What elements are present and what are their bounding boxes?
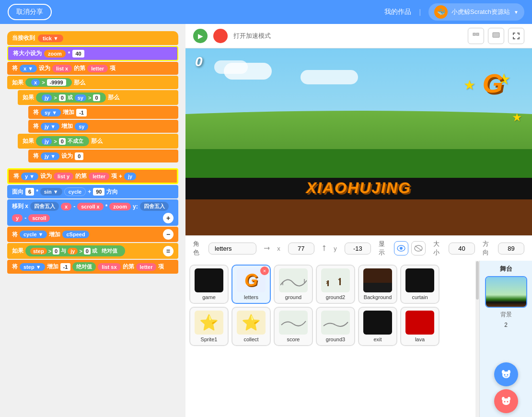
if-jy-not-block[interactable]: 如果 jy > 0 不成立 那么 [18, 134, 178, 149]
fullscreen-btn[interactable] [508, 28, 524, 44]
y-arrow-icon [322, 244, 326, 253]
brand-icon: 🐳 [434, 5, 448, 19]
sprite-card-score[interactable]: score [274, 307, 313, 346]
change-cycle-block[interactable]: 将 cycle ▼ 增加 cSpeed − [7, 227, 178, 242]
zoom-reporter: zoom [44, 50, 66, 58]
bg-count: 2 [504, 322, 508, 328]
sprite-card-curtain[interactable]: curtain [400, 265, 439, 304]
sprite-thumb-sprite1: ⭐ [195, 311, 223, 335]
sprite-label: 角色 [193, 240, 201, 257]
dropdown-icon: ▼ [514, 10, 519, 15]
bg-label: 背景 [500, 311, 512, 319]
sprite-card-ground3[interactable]: ground3 [316, 307, 355, 346]
change-sy-block[interactable]: 将 sy ▼ 增加 -1 [28, 106, 178, 119]
move-to-block[interactable]: 移到 x 四舍五入 x - scroll x * zoom y: 四舍五入 y … [7, 199, 178, 226]
green-flag-button[interactable]: ▶ [193, 29, 208, 43]
sprite-thumb-game [195, 268, 223, 292]
cancel-share-button[interactable]: 取消分享 [8, 4, 52, 20]
zoom-in-btn[interactable]: + [163, 213, 173, 223]
sprites-list: game × G letters [185, 261, 479, 350]
main-layout: 当接收到 tick ▼ 将大小设为 zoom * 40 将 x ▼ 设为 lis… [0, 24, 532, 417]
size-input[interactable] [449, 243, 475, 255]
direction-label: 方向 [483, 240, 490, 257]
sprite-thumb-score [279, 311, 308, 335]
sprite-card-letters[interactable]: × G letters [231, 265, 271, 304]
turbo-mode-label[interactable]: 打开加速模式 [233, 32, 271, 40]
add-sprite-cat-btn[interactable] [494, 362, 518, 386]
letter-g-sprite: G [482, 68, 503, 99]
direction-input[interactable] [498, 243, 524, 255]
svg-rect-0 [473, 33, 475, 35]
svg-point-22 [508, 370, 510, 374]
sprite-card-game[interactable]: game [189, 265, 229, 304]
sprite-name-input[interactable] [208, 243, 256, 255]
hide-btn[interactable] [411, 241, 426, 255]
sprite-card-ground2[interactable]: ground2 [316, 265, 355, 304]
equals-btn[interactable]: = [163, 246, 173, 256]
arrow-icon [264, 245, 269, 252]
show-label: 显示 [379, 240, 386, 257]
face-block[interactable]: 面向 6 * sin ▼ cycle + 90 方向 [7, 185, 178, 198]
small-stage-btn[interactable] [468, 28, 484, 44]
sprite-info-bar: 角色 x y 显示 大小 方向 [185, 235, 532, 261]
score-display: 0 [195, 54, 203, 70]
sprite-card-lava[interactable]: lava [400, 307, 439, 346]
sprite-card-sprite1[interactable]: ⭐ Sprite1 [189, 307, 229, 346]
sprite-name-collect: collect [243, 336, 258, 342]
svg-point-26 [502, 397, 505, 401]
brand-logo[interactable]: 🐳 小虎鲸Scratch资源站 ▼ [428, 3, 524, 21]
svg-point-10 [400, 247, 403, 250]
sprite-name-letters: letters [244, 294, 258, 300]
set-x-block[interactable]: 将 x ▼ 设为 list x 的第 letter 项 [7, 62, 178, 75]
if-step-block[interactable]: 如果 step > 0 与 jy > 0 或 绝对值 = [7, 243, 178, 259]
stage-side-panel: 舞台 背景 2 [479, 261, 532, 417]
if-jy-sy-block[interactable]: 如果 jy > 0 或 sy > 0 那么 [18, 90, 178, 105]
sprite-card-collect[interactable]: ⭐ collect [231, 307, 271, 346]
show-btn[interactable] [394, 241, 408, 255]
x-coord-input[interactable] [288, 243, 314, 255]
set-size-block[interactable]: 将大小设为 zoom * 40 [7, 46, 178, 61]
size-label: 大小 [433, 240, 441, 257]
delete-letters-btn[interactable]: × [260, 266, 269, 275]
zoom-out-btn[interactable]: − [163, 229, 173, 240]
star-1: ★ [463, 77, 475, 93]
tick-dropdown[interactable]: tick ▼ [38, 35, 63, 42]
hat-block[interactable]: 当接收到 tick ▼ [7, 31, 178, 45]
cloud-3 [301, 70, 358, 84]
sprite-thumb-exit [363, 311, 392, 335]
scrollbar-thumb[interactable] [476, 261, 479, 300]
stage-thumbnail[interactable] [485, 276, 527, 308]
sprite-thumb-ground [279, 268, 308, 292]
svg-point-21 [502, 370, 505, 374]
change-step-block[interactable]: 将 step ▼ 增加 -1 绝对值 list sx 的第 letter 项 [7, 260, 178, 274]
sprite-name-score: score [287, 336, 300, 342]
sprites-list-container: game × G letters [185, 261, 479, 417]
dirt-layer [185, 199, 532, 235]
val-40[interactable]: 40 [72, 50, 84, 58]
sprite-card-ground[interactable]: ground [274, 265, 313, 304]
game-title: XIAOHUJING [306, 179, 411, 197]
add-backdrop-cat-btn[interactable] [494, 389, 518, 413]
code-editor-panel: 当接收到 tick ▼ 将大小设为 zoom * 40 将 x ▼ 设为 lis… [0, 24, 185, 417]
add-sprite-section [494, 362, 518, 413]
change-jy-block[interactable]: 将 jy ▼ 增加 sy [28, 120, 178, 133]
top-bar: 取消分享 我的作品 | 🐳 小虎鲸Scratch资源站 ▼ [0, 0, 532, 24]
sprite-thumb-ground2 [321, 268, 350, 292]
set-jy-0-block[interactable]: 将 jy ▼ 设为 0 [28, 150, 178, 162]
medium-stage-btn[interactable] [488, 28, 504, 44]
my-works-link[interactable]: 我的作品 [384, 8, 411, 16]
y-coord-input[interactable] [345, 243, 371, 255]
stop-button[interactable] [213, 29, 228, 43]
game-background: 0 ★ ★ ★ ★ ★ ★ ★ XIAOHUJING G [185, 48, 532, 235]
sprite-card-exit[interactable]: exit [358, 307, 397, 346]
star-7: ★ [512, 111, 522, 124]
svg-rect-1 [476, 33, 479, 35]
set-y-block[interactable]: 将 y ▼ 设为 list y 的第 letter 项 + jy [7, 168, 178, 184]
right-panel: ▶ 打开加速模式 [185, 24, 532, 417]
sprite-card-background[interactable]: Background [358, 265, 397, 304]
svg-point-23 [504, 374, 505, 376]
sprite-name-ground2: ground2 [326, 294, 345, 300]
if-x-block[interactable]: 如果 x > -9999 那么 [7, 76, 178, 89]
sprite-name-sprite1: Sprite1 [201, 336, 218, 342]
visibility-buttons [394, 241, 426, 255]
